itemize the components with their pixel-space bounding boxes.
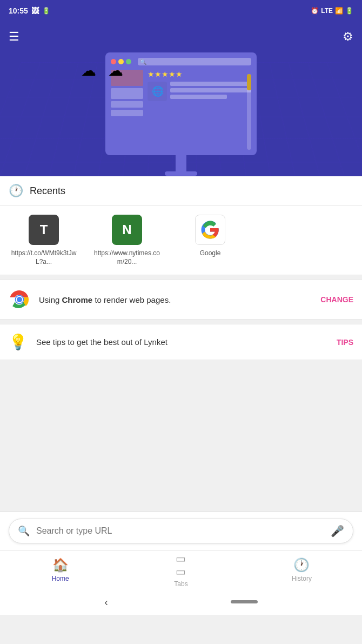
alarm-icon: ⏰ — [311, 7, 319, 15]
search-icon: 🔍 — [18, 525, 30, 537]
app-header: ☰ ⚙ — [0, 22, 362, 52]
recent-item-google[interactable]: Google — [175, 215, 245, 266]
change-renderer-button[interactable]: CHANGE — [320, 295, 353, 304]
browser-text-line-1 — [170, 82, 251, 86]
browser-text-line-3 — [170, 95, 227, 99]
status-left: 10:55 🖼 🔋 — [9, 6, 50, 15]
chrome-description: Using Chrome to render web pages. — [39, 295, 312, 304]
google-g-logo — [200, 220, 220, 240]
dot-green — [126, 59, 131, 64]
browser-stars: ★★★★★ — [148, 70, 251, 78]
system-nav-bar: ‹ — [0, 589, 362, 615]
recents-section: 🕐 Recents T https://t.co/WMt9k3tJwL?a...… — [0, 176, 362, 275]
signal-bars-icon: 📶 — [335, 7, 343, 15]
battery-icon: 🔋 — [345, 7, 353, 15]
tabs-icon: ▭▭ — [176, 552, 186, 578]
microphone-icon[interactable]: 🎤 — [331, 525, 344, 537]
favicon-t-letter: T — [40, 222, 48, 237]
nav-history[interactable]: 🕐 History — [242, 557, 362, 582]
hero-banner: ☁ ☁ 🔍 ★★★★★ — [0, 52, 362, 176]
recent-url-t: https://t.co/WMt9k3tJwL?a... — [9, 249, 79, 266]
favicon-t: T — [29, 215, 59, 245]
chrome-banner: Using Chrome to render web pages. CHANGE — [0, 280, 362, 320]
favicon-n-letter: N — [122, 222, 131, 237]
time-display: 10:55 — [9, 6, 28, 15]
browser-base — [165, 171, 197, 176]
search-bar[interactable]: 🔍 🎤 — [9, 519, 353, 543]
recents-history-icon: 🕐 — [9, 184, 23, 198]
browser-illustration: 🔍 ★★★★★ 🌐 — [105, 52, 257, 155]
svg-point-2 — [17, 297, 22, 302]
browser-text-line-2 — [170, 88, 251, 92]
photo-icon: 🖼 — [31, 6, 39, 15]
status-bar: 10:55 🖼 🔋 ⏰ LTE 📶 🔋 — [0, 0, 362, 22]
favicon-n: N — [112, 215, 142, 245]
browser-stand — [176, 155, 186, 171]
recent-item-t[interactable]: T https://t.co/WMt9k3tJwL?a... — [9, 215, 79, 266]
home-icon: 🏠 — [52, 557, 69, 573]
status-right: ⏰ LTE 📶 🔋 — [311, 7, 353, 15]
sidebar-item-4 — [111, 110, 143, 116]
empty-content-area — [0, 360, 362, 512]
cloud-right-icon: ☁ — [108, 62, 123, 79]
home-pill[interactable] — [231, 600, 258, 603]
browser-scrollbar-thumb — [247, 74, 251, 90]
favicon-google — [195, 215, 225, 245]
url-search-input[interactable] — [36, 526, 324, 536]
home-label: Home — [52, 575, 69, 582]
recents-items-list: T https://t.co/WMt9k3tJwL?a... N https:/… — [0, 206, 362, 275]
recent-url-google: Google — [200, 249, 221, 258]
back-button[interactable]: ‹ — [104, 596, 108, 608]
tabs-label: Tabs — [174, 580, 187, 588]
browser-main-content: ★★★★★ 🌐 — [148, 70, 251, 116]
search-bar-container: 🔍 🎤 — [0, 512, 362, 550]
lightbulb-icon: 💡 — [9, 333, 28, 351]
history-label: History — [292, 575, 312, 582]
sidebar-item-2 — [111, 88, 143, 99]
nav-home[interactable]: 🏠 Home — [0, 557, 120, 582]
hamburger-menu-icon[interactable]: ☰ — [9, 30, 19, 44]
browser-search-bar: 🔍 — [138, 58, 251, 65]
tips-button[interactable]: TIPS — [337, 338, 353, 347]
recent-url-n: https://www.nytimes.com/20... — [92, 249, 162, 266]
sidebar-item-3 — [111, 101, 143, 108]
bottom-navigation: 🏠 Home ▭▭ Tabs 🕐 History — [0, 550, 362, 589]
settings-gear-icon[interactable]: ⚙ — [343, 30, 353, 44]
cloud-left-icon: ☁ — [81, 62, 96, 79]
recents-header: 🕐 Recents — [0, 176, 362, 206]
recent-item-n[interactable]: N https://www.nytimes.com/20... — [92, 215, 162, 266]
tips-description: See tips to get the best out of Lynket — [36, 337, 328, 347]
lte-signal: LTE — [321, 7, 333, 15]
tips-banner: 💡 See tips to get the best out of Lynket… — [0, 324, 362, 360]
browser-image-placeholder: 🌐 — [148, 82, 167, 101]
browser-scrollbar — [247, 74, 251, 150]
chrome-logo — [9, 289, 30, 310]
recents-title: Recents — [30, 185, 65, 197]
nav-tabs[interactable]: ▭▭ Tabs — [120, 552, 241, 588]
battery-low-icon: 🔋 — [42, 7, 50, 15]
history-icon: 🕐 — [293, 557, 310, 573]
